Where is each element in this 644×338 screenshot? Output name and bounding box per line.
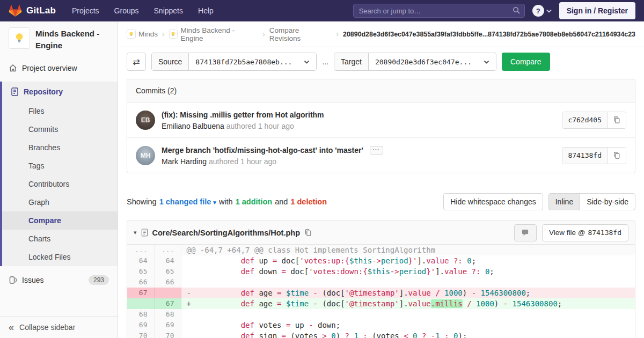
view-file-button[interactable]: View file @ 874138fd: [542, 224, 628, 241]
help-menu-button[interactable]: ?: [532, 5, 552, 17]
user-avatar[interactable]: MH: [136, 146, 155, 165]
sidebar-item-repository[interactable]: Repository: [2, 82, 118, 102]
sidebar-item-locked-files[interactable]: Locked Files: [2, 248, 118, 266]
breadcrumb-item-minds[interactable]: Minds: [127, 30, 158, 39]
compare-form: ⇄ Source 874138fd72b5ae7808eb... ... Tar…: [127, 53, 635, 71]
diff-row: ......@@ -64,7 +64,7 @@ class Hot implem…: [127, 245, 635, 255]
old-line-number[interactable]: 64: [127, 255, 154, 266]
diff-table: ......@@ -64,7 +64,7 @@ class Hot implem…: [127, 245, 635, 338]
sidebar-item-issues[interactable]: Issues 293: [0, 269, 118, 291]
code-line: def sign = (votes > 0) ? 1 : (votes < 0 …: [181, 330, 635, 338]
code-line: def down = doc['votes:down:{$this->perio…: [181, 266, 635, 277]
new-line-number[interactable]: [154, 288, 181, 298]
commit-description-expander[interactable]: ···: [370, 146, 383, 155]
swap-revisions-button[interactable]: ⇄: [127, 53, 146, 71]
new-line-number[interactable]: 68: [154, 309, 181, 320]
copy-sha-button[interactable]: [608, 148, 626, 164]
commit-sha-link[interactable]: c762d405: [562, 112, 608, 128]
commit-row: EB (fix): Missing .millis getter from Ho…: [127, 102, 635, 137]
caret-down-icon: ▾: [213, 199, 216, 205]
breadcrumb-item-compare-revisions[interactable]: Compare Revisions: [269, 26, 332, 42]
sidebar-item-tags[interactable]: Tags: [2, 157, 118, 175]
inline-view-button[interactable]: Inline: [548, 193, 580, 210]
copy-file-path-button[interactable]: [304, 229, 312, 237]
compare-button[interactable]: Compare: [502, 53, 550, 71]
commit-row: MH Merge branch 'hotfix/missing-hot-algo…: [127, 137, 635, 173]
help-icon: ?: [532, 5, 544, 17]
hunk-header-line: @@ -64,7 +64,7 @@ class Hot implements S…: [181, 245, 635, 255]
breadcrumb-item-project[interactable]: Minds Backend - Engine: [169, 26, 259, 42]
summary-showing: Showing: [127, 197, 157, 206]
hide-whitespace-button[interactable]: Hide whitespace changes: [443, 193, 543, 210]
target-revision-dropdown[interactable]: 20890d28e3d6f3ec047e...: [369, 53, 496, 70]
sidebar-item-charts[interactable]: Charts: [2, 230, 118, 248]
sidebar-item-graph[interactable]: Graph: [2, 193, 118, 211]
sidebar-item-branches[interactable]: Branches: [2, 138, 118, 157]
double-chevron-left-icon: «: [9, 324, 14, 331]
old-line-number[interactable]: 69: [127, 320, 154, 330]
code-line: def votes = up - down;: [181, 320, 635, 330]
breadcrumb: Minds › Minds Backend - Engine › Compare…: [118, 21, 644, 47]
new-line-number[interactable]: 65: [154, 266, 181, 277]
gitlab-home-link[interactable]: GitLab: [9, 4, 56, 17]
commit-authored-time: authored 1 hour ago: [209, 157, 276, 166]
file-path-link[interactable]: Core/Search/SortingAlgorithms/Hot.php: [152, 229, 301, 237]
user-avatar[interactable]: EB: [136, 111, 155, 130]
sidebar-item-label: Issues: [22, 276, 43, 284]
new-line-number[interactable]: 69: [154, 320, 181, 330]
toggle-comments-button[interactable]: [514, 224, 537, 241]
summary-with: with: [219, 197, 233, 206]
revision-range-dots: ...: [322, 57, 328, 66]
commit-title-link[interactable]: Merge branch 'hotfix/missing-hot-algo-ca…: [162, 146, 363, 155]
commit-title-link[interactable]: (fix): Missing .millis getter from Hot a…: [162, 111, 324, 119]
commit-sha-link[interactable]: 874138fd: [562, 148, 608, 164]
commit-authored-time: authored 1 hour ago: [226, 122, 294, 130]
search-input[interactable]: [353, 4, 525, 18]
new-line-number[interactable]: 70: [154, 330, 181, 338]
new-line-number[interactable]: 66: [154, 277, 181, 288]
sidebar-item-commits[interactable]: Commits: [2, 120, 118, 138]
collapse-file-caret-icon[interactable]: ▾: [134, 229, 137, 236]
sign-in-register-button[interactable]: Sign in / Register: [559, 2, 635, 19]
sidebar-item-contributors[interactable]: Contributors: [2, 175, 118, 193]
code-line: + def age = $time - (doc['@timestamp'].v…: [181, 298, 635, 309]
issues-icon: [9, 276, 17, 284]
nav-item-groups[interactable]: Groups: [114, 6, 139, 15]
diff-row: 6666: [127, 277, 635, 288]
diff-summary: Showing 1 changed file ▾ with 1 addition…: [127, 193, 635, 210]
old-line-number[interactable]: [127, 298, 154, 309]
copy-sha-button[interactable]: [608, 112, 626, 128]
commit-author-link[interactable]: Emiliano Balbuena: [162, 122, 224, 130]
old-line-number[interactable]: 68: [127, 309, 154, 320]
source-group: Source 874138fd72b5ae7808eb...: [151, 53, 317, 71]
commit-sha-group: 874138fd: [562, 147, 626, 164]
project-sidebar: Minds Backend - Engine Project overview …: [0, 21, 118, 338]
side-by-side-view-button[interactable]: Side-by-side: [580, 193, 635, 210]
diff-view-toggle: Inline Side-by-side: [548, 193, 635, 210]
new-line-number[interactable]: 67: [154, 298, 181, 309]
brand-name: GitLab: [26, 5, 56, 16]
chevron-down-icon: [546, 9, 552, 13]
commit-author-link[interactable]: Mark Harding: [162, 157, 207, 166]
old-line-number[interactable]: 66: [127, 277, 154, 288]
sidebar-item-compare[interactable]: Compare: [2, 211, 118, 230]
collapse-sidebar-button[interactable]: « Collapse sidebar: [0, 317, 118, 338]
sidebar-item-label: Repository: [24, 87, 63, 96]
nav-item-snippets[interactable]: Snippets: [154, 6, 183, 15]
nav-item-projects[interactable]: Projects: [72, 6, 99, 15]
project-home-link[interactable]: Minds Backend - Engine: [0, 21, 118, 58]
project-name: Minds Backend - Engine: [35, 27, 109, 52]
changed-files-dropdown[interactable]: 1 changed file ▾: [159, 197, 216, 206]
old-line-number[interactable]: 65: [127, 266, 154, 277]
home-icon: [9, 64, 17, 72]
old-line-number[interactable]: 67: [127, 288, 154, 298]
project-avatar-small: [169, 30, 178, 39]
old-line-number[interactable]: 70: [127, 330, 154, 338]
summary-and: and: [275, 197, 288, 206]
target-label: Target: [334, 53, 369, 70]
source-revision-dropdown[interactable]: 874138fd72b5ae7808eb...: [189, 53, 316, 70]
nav-item-help[interactable]: Help: [198, 6, 214, 15]
new-line-number[interactable]: 64: [154, 255, 181, 266]
sidebar-item-project-overview[interactable]: Project overview: [0, 58, 118, 78]
sidebar-item-files[interactable]: Files: [2, 102, 118, 120]
